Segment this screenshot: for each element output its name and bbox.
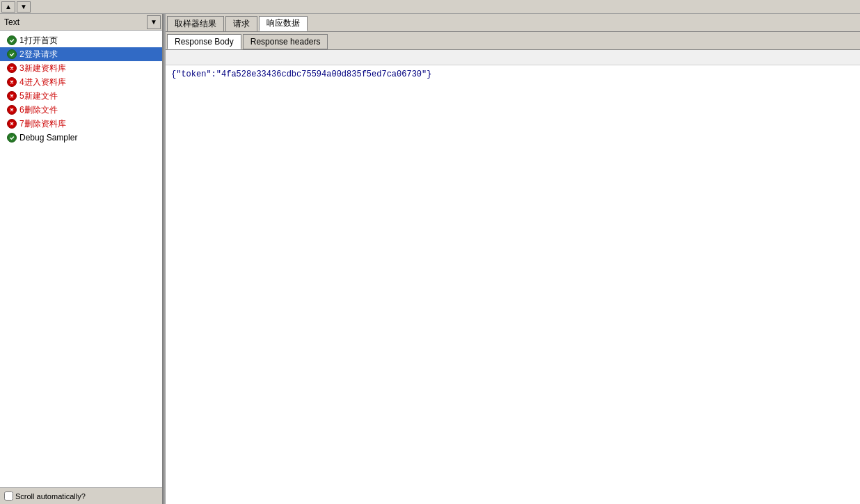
item-label-5: 5新建文件 xyxy=(19,90,58,102)
scroll-auto-checkbox[interactable] xyxy=(4,491,13,501)
tab-request[interactable]: 请求 xyxy=(225,16,257,31)
inner-tab-response-headers[interactable]: Response headers xyxy=(243,34,328,49)
item-label-1: 1打开首页 xyxy=(19,35,58,47)
item-label-8: Debug Sampler xyxy=(19,133,77,143)
item-label-7: 7删除资料库 xyxy=(19,118,66,130)
tree-item-2[interactable]: 2登录请求 xyxy=(0,47,162,61)
left-panel: Text ▼ 1打开首页 2登录请求 3新建资料库 4进入资料库 xyxy=(0,14,164,504)
red-shield-icon xyxy=(7,77,17,87)
inner-tab-response-headers-label: Response headers xyxy=(250,37,321,47)
scroll-auto-label: Scroll automatically? xyxy=(15,492,86,501)
tab-content: Response Body Response headers {"token":… xyxy=(166,32,860,504)
item-label-2: 2登录请求 xyxy=(19,49,58,60)
top-bar: ▲ ▼ xyxy=(0,0,860,14)
red-shield-icon xyxy=(7,119,17,129)
response-toolbar xyxy=(166,50,860,65)
inner-tab-response-body-label: Response Body xyxy=(175,37,234,47)
scroll-auto-checkbox-container[interactable]: Scroll automatically? xyxy=(4,491,86,501)
red-shield-icon xyxy=(7,105,17,115)
response-body-text: {"token":"4fa528e33436cdbc75594a00d835f5… xyxy=(166,65,860,83)
scroll-up-btn[interactable]: ▲ xyxy=(1,1,15,13)
tree-list: 1打开首页 2登录请求 3新建资料库 4进入资料库 5新建文件 6删除文件 7删… xyxy=(0,31,162,487)
scroll-down-btn[interactable]: ▼ xyxy=(17,1,31,13)
content-area: Text ▼ 1打开首页 2登录请求 3新建资料库 4进入资料库 xyxy=(0,14,860,504)
item-label-4: 4进入资料库 xyxy=(19,76,66,88)
main-container: ▲ ▼ Text ▼ 1打开首页 2登录请求 3新建资料库 xyxy=(0,0,860,504)
tree-item-8[interactable]: Debug Sampler xyxy=(0,131,162,145)
left-panel-footer: Scroll automatically? xyxy=(0,487,162,504)
red-shield-icon xyxy=(7,91,17,101)
right-panel: 取样器结果 请求 响应数据 Response Body Response hea… xyxy=(166,14,860,504)
tree-item-6[interactable]: 6删除文件 xyxy=(0,103,162,117)
tab-response-data[interactable]: 响应数据 xyxy=(259,16,308,31)
item-label-3: 3新建资料库 xyxy=(19,63,66,74)
green-shield-icon xyxy=(7,35,17,45)
dropdown-icon: ▼ xyxy=(150,18,157,26)
tree-item-1[interactable]: 1打开首页 xyxy=(0,33,162,47)
tree-item-5[interactable]: 5新建文件 xyxy=(0,89,162,103)
tree-item-4[interactable]: 4进入资料库 xyxy=(0,75,162,89)
left-panel-label: Text xyxy=(1,17,147,27)
left-panel-dropdown-btn[interactable]: ▼ xyxy=(147,15,161,29)
item-label-6: 6删除文件 xyxy=(19,104,58,116)
green-shield-icon xyxy=(7,133,17,143)
tab-request-label: 请求 xyxy=(233,18,250,30)
tree-item-7[interactable]: 7删除资料库 xyxy=(0,117,162,131)
tabs-bar: 取样器结果 请求 响应数据 xyxy=(166,14,860,32)
tree-item-3[interactable]: 3新建资料库 xyxy=(0,61,162,75)
response-content: {"token":"4fa528e33436cdbc75594a00d835f5… xyxy=(166,50,860,504)
inner-tab-response-body[interactable]: Response Body xyxy=(167,34,241,49)
inner-tabs-bar: Response Body Response headers xyxy=(166,32,860,50)
left-panel-header: Text ▼ xyxy=(0,14,162,31)
green-shield-icon xyxy=(7,49,17,59)
red-shield-icon xyxy=(7,63,17,73)
tab-response-data-label: 响应数据 xyxy=(266,17,300,29)
tab-sampler-results-label: 取样器结果 xyxy=(175,18,216,30)
tab-sampler-results[interactable]: 取样器结果 xyxy=(167,16,224,31)
